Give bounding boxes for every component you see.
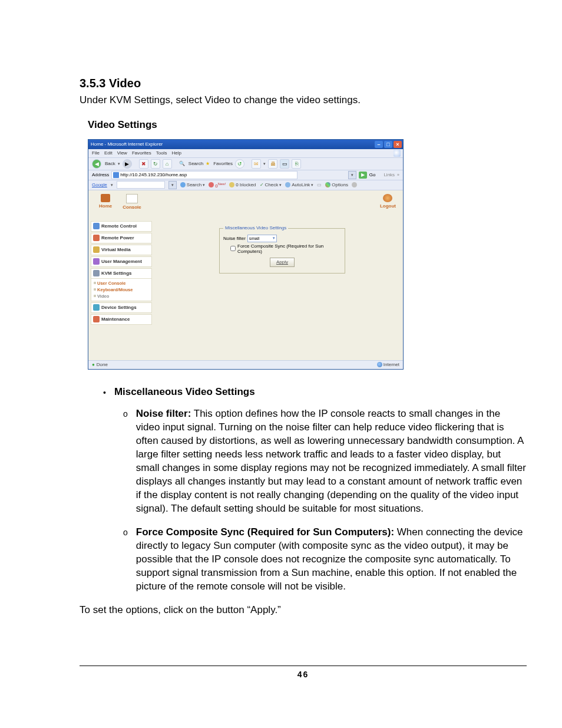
google-check-label[interactable]: Check <box>265 182 279 187</box>
remote-control-icon <box>93 223 100 229</box>
history-button[interactable]: ↺ <box>235 159 244 169</box>
close-button[interactable]: × <box>394 141 402 148</box>
logout-link[interactable]: Logout <box>380 194 396 220</box>
video-settings-fieldset: Miscellaneous Video Settings Noise filte… <box>219 228 345 274</box>
address-field[interactable]: http://10.245.192.230/home.asp <box>111 171 297 179</box>
google-options-label[interactable]: Options <box>332 182 348 187</box>
google-search-icon <box>180 182 186 187</box>
noise-filter-label: Noise filter <box>223 236 246 241</box>
google-extra-icon <box>352 182 357 187</box>
virtual-media-icon <box>93 246 100 253</box>
refresh-button[interactable]: ↻ <box>151 159 160 169</box>
edit-button[interactable]: ▭ <box>280 159 289 169</box>
menu-view[interactable]: View <box>117 150 127 156</box>
nav-sub-user-console[interactable]: User Console <box>94 280 151 286</box>
logout-icon <box>383 194 392 202</box>
bullet-circle-icon: o <box>123 526 128 594</box>
apply-button[interactable]: Apply <box>270 258 295 267</box>
menu-edit[interactable]: Edit <box>104 150 113 156</box>
noise-filter-select[interactable]: small ▾ <box>247 235 277 242</box>
address-dropdown[interactable]: ▾ <box>348 171 356 179</box>
nav-virtual-media[interactable]: Virtual Media <box>91 245 152 255</box>
bullet-dot-icon: • <box>103 386 106 399</box>
search-icon[interactable]: 🔍 <box>179 161 185 166</box>
menu-file[interactable]: File <box>92 150 100 156</box>
console-link[interactable]: Console <box>123 194 141 220</box>
menu-favorites[interactable]: Favorites <box>132 150 151 156</box>
home-icon <box>101 194 110 202</box>
google-toolbar: Google ▾ ▾ Search▾ 0New! 0 blocked ✓Chec… <box>88 180 403 190</box>
autolink-icon <box>285 182 290 187</box>
google-autolink-label[interactable]: AutoLink <box>292 182 310 187</box>
page-icon <box>113 172 119 178</box>
back-button[interactable]: ◀ <box>92 159 101 169</box>
bullet-noise-filter: o Noise filter: This option defines how … <box>123 407 527 516</box>
google-blocked-count[interactable]: 0 blocked <box>236 182 256 187</box>
nav-sub-video[interactable]: Video <box>94 293 151 299</box>
nav-remote-power[interactable]: Remote Power <box>91 233 152 243</box>
section-heading: 3.5.3 Video <box>80 77 527 90</box>
menubar: File Edit View Favorites Tools Help <box>88 149 403 158</box>
google-search-dropdown[interactable]: ▾ <box>168 181 177 189</box>
mail-button[interactable]: ✉ <box>252 159 261 169</box>
google-blocked-label[interactable]: 0New! <box>215 182 226 189</box>
check-icon: ✓ <box>260 182 264 187</box>
popup-blocked-icon <box>209 182 214 187</box>
maximize-button[interactable]: □ <box>384 141 392 148</box>
subheading: Video Settings <box>88 119 527 131</box>
go-button[interactable]: ▶ <box>359 172 367 179</box>
go-label: Go <box>369 172 376 177</box>
status-bar: ● Done Internet <box>88 360 403 369</box>
home-link[interactable]: Home <box>99 194 112 220</box>
discuss-button[interactable]: ⎘ <box>292 159 301 169</box>
menu-help[interactable]: Help <box>171 150 181 156</box>
chevron-down-icon: ▾ <box>273 236 275 241</box>
nav-sub-keyboard-mouse[interactable]: Keyboard/Mouse <box>94 286 151 293</box>
internet-zone-icon <box>377 362 382 367</box>
options-icon <box>325 182 330 187</box>
google-search-label[interactable]: Search <box>187 182 201 187</box>
force-sync-checkbox[interactable] <box>230 246 236 251</box>
status-done: Done <box>97 362 108 367</box>
heading-description: Under KVM Settings, select Video to chan… <box>80 94 527 107</box>
remote-power-icon <box>93 235 100 241</box>
nav-kvm-settings[interactable]: KVM Settings <box>91 268 152 279</box>
nav-user-management[interactable]: User Management <box>91 256 152 267</box>
nav-kvm-submenu: User Console Keyboard/Mouse Video <box>91 279 152 301</box>
google-logo[interactable]: Google <box>92 182 107 187</box>
console-icon <box>126 194 138 203</box>
ie-logo-icon <box>394 150 401 157</box>
ie-window: Home - Microsoft Internet Explorer – □ ×… <box>88 139 404 370</box>
page-number: 46 <box>80 666 527 679</box>
nav-panel: Remote Control Remote Power Virtual Medi… <box>91 221 152 326</box>
menu-tools[interactable]: Tools <box>156 150 167 156</box>
force-sync-label: Force Composite Sync (Required for Sun C… <box>237 243 341 254</box>
titlebar: Home - Microsoft Internet Explorer – □ × <box>88 140 403 149</box>
nav-remote-control[interactable]: Remote Control <box>91 221 152 232</box>
address-label: Address <box>92 172 109 177</box>
page-content: Home Console Logout Remote Control Re <box>88 190 403 360</box>
blocked-count-icon <box>229 182 234 187</box>
toolbar-search-label[interactable]: Search <box>189 161 203 166</box>
forward-button[interactable]: ▶ <box>123 159 132 169</box>
autofill-icon: ▭ <box>317 182 322 187</box>
maintenance-icon <box>93 316 100 322</box>
bullet-force-sync: o Force Composite Sync (Required for Sun… <box>123 526 527 594</box>
google-search-field[interactable] <box>117 181 165 189</box>
address-value: http://10.245.192.230/home.asp <box>120 172 187 177</box>
print-button[interactable]: 🖶 <box>268 159 277 169</box>
home-button[interactable]: ⌂ <box>163 159 172 169</box>
user-management-icon <box>93 258 100 265</box>
stop-button[interactable]: ✖ <box>139 159 148 169</box>
bullet-misc-settings: • Miscellaneous Video Settings <box>103 386 527 399</box>
browser-toolbar: ◀ Back ▾ ▶ ✖ ↻ ⌂ 🔍 Search ★ Favorites ↺ … <box>88 158 403 170</box>
device-settings-icon <box>93 304 100 311</box>
back-label: Back <box>105 161 115 166</box>
nav-device-settings[interactable]: Device Settings <box>91 302 152 313</box>
favorites-icon[interactable]: ★ <box>206 161 210 166</box>
status-zone: Internet <box>377 362 399 367</box>
links-label[interactable]: Links <box>384 172 395 177</box>
toolbar-favorites-label[interactable]: Favorites <box>213 161 233 166</box>
nav-maintenance[interactable]: Maintenance <box>91 314 152 325</box>
minimize-button[interactable]: – <box>375 141 383 148</box>
